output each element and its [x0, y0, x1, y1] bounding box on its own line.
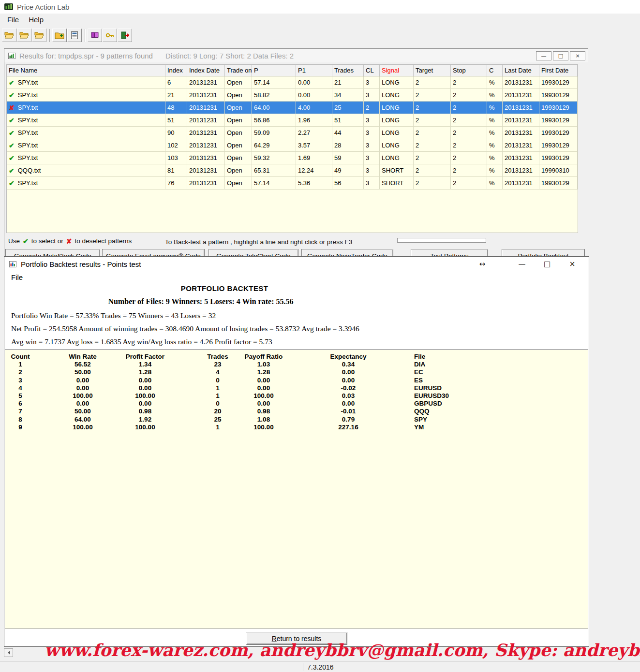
portfolio-window: Portfolio Backtest results - Points test…: [4, 256, 589, 647]
portfolio-cell-payoff-ratio: 1.08: [223, 416, 304, 423]
pattern-row[interactable]: ✔QQQ.txt8120131231Open65.3112.24493SHORT…: [7, 164, 578, 177]
restore-button[interactable]: □: [553, 51, 568, 60]
portfolio-cell-file: QQQ: [414, 408, 579, 415]
column-header-p1[interactable]: P1: [296, 65, 332, 76]
results-window-titlebar[interactable]: Results for: tmpdps.spr - 9 patterns fou…: [4, 49, 588, 62]
cell-file-name: ✔QQQ.txt: [7, 164, 165, 176]
horizontal-scroll-left-button[interactable]: [4, 648, 13, 657]
cell-p: 56.86: [252, 114, 296, 126]
portfolio-window-titlebar[interactable]: Portfolio Backtest results - Points test…: [4, 257, 589, 271]
select-check-icon[interactable]: ✔: [9, 155, 15, 161]
cell-trades: 28: [332, 139, 364, 151]
cell-signal: LONG: [380, 152, 414, 164]
cell-p: 64.29: [252, 139, 296, 151]
toolbar-button-help-book-5[interactable]: [88, 29, 102, 42]
cell-cl: 3: [364, 127, 380, 139]
column-header-target[interactable]: Target: [414, 65, 451, 76]
cell-p1: 12.24: [296, 164, 332, 176]
cell-target: 2: [414, 177, 451, 189]
cell-index-date: 20131231: [187, 102, 225, 114]
column-header-trades[interactable]: Trades: [332, 65, 364, 76]
minimize-button[interactable]: —: [509, 257, 535, 271]
toolbar-button-open-folder-2[interactable]: [32, 29, 46, 42]
file-name: SPY.txt: [18, 154, 38, 161]
cell-trades: 59: [332, 152, 364, 164]
column-header-trade-on[interactable]: Trade on: [225, 65, 252, 76]
column-header-index[interactable]: Index: [165, 65, 187, 76]
cell-c: %: [487, 177, 503, 189]
portfolio-window-icon: [9, 261, 16, 267]
resize-horizontal-button[interactable]: ↔: [470, 257, 495, 271]
select-check-icon[interactable]: ✔: [9, 92, 15, 99]
select-check-icon[interactable]: ✔: [9, 117, 15, 124]
cell-p1: 4.00: [296, 102, 332, 114]
pattern-row[interactable]: ✔SPY.txt620131231Open57.140.00213LONG22%…: [7, 76, 578, 89]
column-header-signal[interactable]: Signal: [380, 65, 414, 76]
cell-stop: 2: [451, 139, 487, 151]
portfolio-table-header: CountWin RateProfit FactorTradesPayoff R…: [5, 353, 588, 361]
toolbar-button-open-folder-1[interactable]: [17, 29, 31, 42]
cell-cl: 3: [364, 177, 380, 189]
select-check-icon[interactable]: ✔: [9, 79, 15, 86]
portfolio-cell-payoff-ratio: 100.00: [223, 424, 304, 431]
menu-file[interactable]: File: [2, 15, 24, 25]
select-check-icon[interactable]: ✔: [9, 130, 15, 136]
app-titlebar[interactable]: Price Action Lab: [0, 0, 640, 14]
pattern-row[interactable]: ✔SPY.txt5120131231Open56.861.96513LONG22…: [7, 114, 578, 127]
pattern-row[interactable]: ✔SPY.txt7620131231Open57.145.36563SHORT2…: [7, 177, 578, 190]
portfolio-cell-count: 3: [5, 377, 36, 384]
toolbar-button-open-folder-0[interactable]: [2, 29, 16, 42]
cell-p: 59.32: [252, 152, 296, 164]
scroll-left-arrow-icon: [6, 651, 10, 655]
cell-trade-on: Open: [225, 164, 252, 176]
portfolio-stats-line-2: Net Profit = 254.5958 Amount of winning …: [11, 324, 359, 333]
cell-file-name: ✘SPY.txt: [7, 102, 165, 114]
cell-signal: LONG: [380, 89, 414, 101]
column-header-index-date[interactable]: Index Date: [187, 65, 225, 76]
portfolio-cell-payoff-ratio: 1.03: [223, 361, 304, 368]
menu-help[interactable]: Help: [24, 15, 48, 25]
toolbar-button-exit-door-7[interactable]: [118, 29, 132, 42]
cell-p: 57.14: [252, 76, 296, 88]
minimize-button[interactable]: —: [536, 51, 551, 60]
column-header-p[interactable]: P: [252, 65, 296, 76]
cell-trade-on: Open: [225, 139, 252, 151]
pattern-row[interactable]: ✔SPY.txt2120131231Open58.820.00343LONG22…: [7, 89, 578, 102]
column-header-first-date[interactable]: First Date: [539, 65, 578, 76]
column-header-cl[interactable]: CL: [364, 65, 380, 76]
return-to-results-button[interactable]: Return to results: [246, 632, 347, 645]
cell-cl: 3: [364, 89, 380, 101]
portfolio-cell-expectancy: -0.02: [298, 384, 399, 392]
column-header-c[interactable]: C: [487, 65, 503, 76]
pattern-row[interactable]: ✘SPY.txt4820131231Open64.004.00252LONG22…: [7, 102, 578, 114]
report-form-icon: [71, 31, 78, 40]
pattern-row[interactable]: ✔SPY.txt10320131231Open59.321.69593LONG2…: [7, 152, 578, 164]
toolbar-button-report-form-4[interactable]: [67, 29, 82, 42]
cell-trades: 49: [332, 164, 364, 176]
maximize-button[interactable]: □: [535, 257, 560, 271]
column-header-stop[interactable]: Stop: [451, 65, 487, 76]
portfolio-cell-profit-factor: 0.00: [104, 377, 186, 384]
cell-index: 102: [165, 139, 187, 151]
select-check-icon[interactable]: ✔: [9, 167, 15, 174]
portfolio-cell-profit-factor: 1.34: [104, 361, 186, 368]
pattern-row[interactable]: ✔SPY.txt9020131231Open59.092.27443LONG22…: [7, 127, 578, 139]
cell-first-date: 19930129: [539, 114, 578, 126]
column-header-file-name[interactable]: File Name: [7, 65, 165, 76]
toolbar-button-key-6[interactable]: [103, 29, 117, 42]
toolbar-button-folder-import-3[interactable]: [52, 29, 67, 42]
select-check-icon[interactable]: ✔: [9, 180, 15, 187]
pattern-row[interactable]: ✔SPY.txt10220131231Open64.293.57283LONG2…: [7, 139, 578, 152]
cell-index-date: 20131231: [187, 76, 225, 88]
select-check-icon[interactable]: ✔: [9, 142, 15, 149]
cell-last-date: 20131231: [503, 177, 539, 189]
exit-door-icon: [120, 31, 129, 39]
cell-p: 64.00: [252, 102, 296, 114]
cell-trade-on: Open: [225, 102, 252, 114]
portfolio-table-row: 9100.00100.001100.00227.16YM: [5, 424, 588, 431]
close-button[interactable]: ×: [560, 257, 585, 271]
close-button[interactable]: ×: [570, 51, 585, 60]
portfolio-menu-file[interactable]: File: [6, 272, 28, 282]
column-header-last-date[interactable]: Last Date: [503, 65, 539, 76]
deselect-x-icon[interactable]: ✘: [9, 104, 15, 111]
